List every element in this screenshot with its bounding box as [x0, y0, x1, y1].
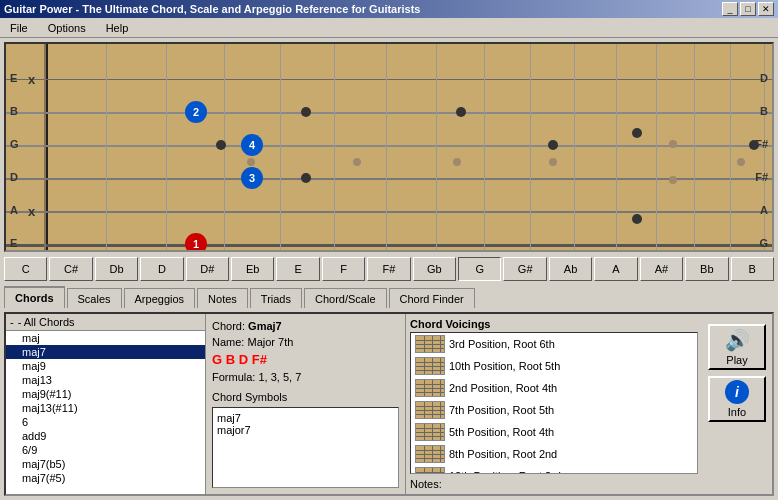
title-bar: Guitar Power - The Ultimate Chord, Scale…	[0, 0, 778, 18]
key-b[interactable]: B	[731, 257, 774, 281]
dot-g-15	[749, 140, 759, 150]
dot-a-11	[632, 214, 642, 224]
menu-file[interactable]: File	[4, 20, 34, 36]
voicing-thumb-3	[415, 401, 445, 419]
key-f[interactable]: F	[322, 257, 365, 281]
chord-item-maj7-s5[interactable]: maj7(#5)	[6, 471, 205, 485]
voicing-label-2: 2nd Position, Root 4th	[449, 382, 557, 394]
voicing-item-6[interactable]: 12th Position, Root 3rd	[411, 465, 697, 474]
fret-8	[484, 44, 485, 250]
voicing-thumb-4	[415, 423, 445, 441]
key-g[interactable]: G	[458, 257, 501, 281]
inlay-dot-12a	[669, 140, 677, 148]
chord-item-maj13-11[interactable]: maj13(#11)	[6, 401, 205, 415]
tab-chord-scale[interactable]: Chord/Scale	[304, 288, 387, 308]
action-buttons: 🔊 Play i Info	[702, 314, 772, 494]
string-label-g: G	[10, 138, 19, 150]
fret-1	[106, 44, 107, 250]
play-label: Play	[726, 354, 747, 366]
menu-options[interactable]: Options	[42, 20, 92, 36]
key-gb[interactable]: Gb	[413, 257, 456, 281]
key-fsharp[interactable]: F#	[367, 257, 410, 281]
key-c[interactable]: C	[4, 257, 47, 281]
voicings-list[interactable]: 3rd Position, Root 6th 10th Position, Ro…	[410, 332, 698, 474]
key-selector: C C# Db D D# Eb E F F# Gb G G# Ab A A# B…	[4, 256, 774, 282]
voicings-panel: Chord Voicings 3rd Position, Root 6th	[406, 314, 702, 494]
note-circle-1-root: 1	[185, 233, 207, 252]
string-label-b: B	[10, 105, 18, 117]
chord-item-6-9[interactable]: 6/9	[6, 443, 205, 457]
menu-bar: File Options Help	[0, 18, 778, 38]
fretboard-container: E B G D A E D B F# F# A G x x 1 2 3 4	[4, 42, 774, 252]
inlay-dot-5	[353, 158, 361, 166]
chord-item-maj9[interactable]: maj9	[6, 359, 205, 373]
key-eb[interactable]: Eb	[231, 257, 274, 281]
voicing-item-1[interactable]: 10th Position, Root 5th	[411, 355, 697, 377]
chord-item-maj[interactable]: maj	[6, 331, 205, 345]
fret-2	[166, 44, 167, 250]
content-area: - - All Chords maj maj7 maj9 maj13 maj9(…	[4, 312, 774, 496]
voicing-item-3[interactable]: 7th Position, Root 5th	[411, 399, 697, 421]
chord-item-maj9-11[interactable]: maj9(#11)	[6, 387, 205, 401]
app-title: Guitar Power - The Ultimate Chord, Scale…	[4, 3, 420, 15]
key-db[interactable]: Db	[95, 257, 138, 281]
formula-row: Formula: 1, 3, 5, 7	[212, 371, 399, 383]
string-a	[6, 211, 772, 213]
info-button[interactable]: i Info	[708, 376, 766, 422]
voicing-label-3: 7th Position, Root 5th	[449, 404, 554, 416]
tab-notes[interactable]: Notes	[197, 288, 248, 308]
symbols-label: Chord Symbols	[212, 391, 399, 403]
note-circle-2: 2	[185, 101, 207, 123]
play-button[interactable]: 🔊 Play	[708, 324, 766, 370]
dot-g-3	[216, 140, 226, 150]
key-dsharp[interactable]: D#	[186, 257, 229, 281]
key-asharp[interactable]: A#	[640, 257, 683, 281]
key-a[interactable]: A	[594, 257, 637, 281]
voicing-thumb-6	[415, 467, 445, 474]
key-gsharp[interactable]: G#	[503, 257, 546, 281]
chord-item-add9[interactable]: add9	[6, 429, 205, 443]
chord-item-6[interactable]: 6	[6, 415, 205, 429]
key-e[interactable]: E	[276, 257, 319, 281]
string-label-e-high: E	[10, 72, 17, 84]
collapse-icon[interactable]: -	[10, 316, 14, 328]
key-ab[interactable]: Ab	[549, 257, 592, 281]
key-bb[interactable]: Bb	[685, 257, 728, 281]
voicing-label-6: 12th Position, Root 3rd	[449, 470, 561, 474]
formula-label: Formula:	[212, 371, 255, 383]
tab-chords[interactable]: Chords	[4, 286, 65, 308]
voicing-thumb-2	[415, 379, 445, 397]
string-g	[6, 145, 772, 147]
voicing-item-4[interactable]: 5th Position, Root 4th	[411, 421, 697, 443]
string-e-high	[6, 79, 772, 80]
string-label-right-fsharp2: F#	[755, 171, 768, 183]
fret-5	[334, 44, 335, 250]
chord-item-maj13[interactable]: maj13	[6, 373, 205, 387]
chord-item-maj7-b5[interactable]: maj7(b5)	[6, 457, 205, 471]
voicing-item-5[interactable]: 8th Position, Root 2nd	[411, 443, 697, 465]
dot-b-5	[301, 107, 311, 117]
voicing-label-5: 8th Position, Root 2nd	[449, 448, 557, 460]
menu-help[interactable]: Help	[100, 20, 135, 36]
tab-scales[interactable]: Scales	[67, 288, 122, 308]
voicing-item-2[interactable]: 2nd Position, Root 4th	[411, 377, 697, 399]
chord-item-maj7[interactable]: maj7	[6, 345, 205, 359]
close-button[interactable]: ✕	[758, 2, 774, 16]
fret-4	[280, 44, 281, 250]
chord-list-body[interactable]: maj maj7 maj9 maj13 maj9(#11) maj13(#11)…	[6, 331, 205, 494]
tab-chord-finder[interactable]: Chord Finder	[389, 288, 475, 308]
tab-arpeggios[interactable]: Arpeggios	[124, 288, 196, 308]
name-value: Major 7th	[247, 336, 293, 348]
string-label-e-low: E	[10, 237, 17, 249]
voicing-item-0[interactable]: 3rd Position, Root 6th	[411, 333, 697, 355]
minimize-button[interactable]: _	[722, 2, 738, 16]
voicing-label-1: 10th Position, Root 5th	[449, 360, 560, 372]
tab-triads[interactable]: Triads	[250, 288, 302, 308]
maximize-button[interactable]: □	[740, 2, 756, 16]
inlay-dot-9	[549, 158, 557, 166]
fret-14	[730, 44, 731, 250]
key-d[interactable]: D	[140, 257, 183, 281]
key-csharp[interactable]: C#	[49, 257, 92, 281]
x-marker-e: x	[28, 72, 35, 87]
formula-value: 1, 3, 5, 7	[258, 371, 301, 383]
